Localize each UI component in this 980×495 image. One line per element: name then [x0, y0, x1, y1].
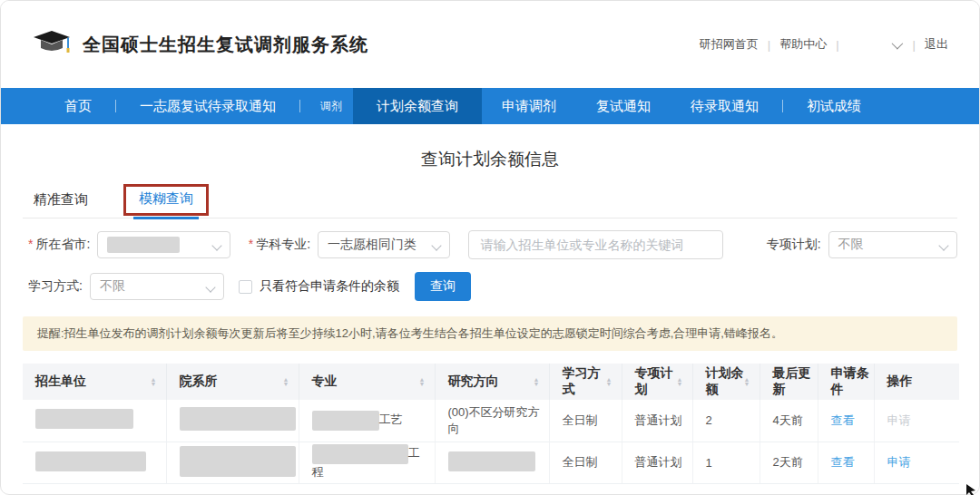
province-label: *所在省市: — [28, 237, 90, 253]
required-mark: * — [28, 237, 33, 251]
col-header-major[interactable]: 专业▲▼ — [299, 364, 435, 400]
tab-fuzzy-query-label: 模糊查询 — [139, 190, 193, 206]
apply-link[interactable]: 申请 — [887, 455, 911, 469]
last-update-cell: 2天前 — [760, 442, 818, 483]
province-value-redacted — [107, 237, 180, 253]
col-header-study-mode[interactable]: 学习方式▲▼ — [549, 364, 622, 400]
username-redacted — [848, 38, 890, 51]
special-plan-cell: 普通计划 — [622, 400, 692, 442]
sort-icon[interactable]: ▲▼ — [677, 377, 683, 386]
department-redacted — [180, 446, 296, 477]
table-header-row: 招生单位▲▼ 院系所▲▼ 专业▲▼ 研究方向▲▼ 学习方式▲▼ 专项计划▲▼ 计… — [23, 364, 959, 400]
page-title: 查询计划余额信息 — [23, 148, 957, 171]
col-header-direction[interactable]: 研究方向▲▼ — [435, 364, 549, 400]
logout-link[interactable]: 退出 — [925, 36, 948, 53]
chevron-down-icon — [938, 240, 948, 250]
unit-redacted — [35, 451, 146, 471]
view-condition-link[interactable]: 查看 — [831, 413, 855, 427]
special-plan-select[interactable]: 不限 — [828, 231, 957, 258]
main-content: 查询计划余额信息 精准查询 模糊查询 *所在省市: *学科专业: 一志愿相同门类 — [1, 148, 979, 484]
major-redacted — [312, 411, 379, 431]
app-window: 全国硕士生招生复试调剂服务系统 研招网首页 | 帮助中心 | | 退出 首页 一… — [0, 0, 980, 495]
divider: | — [836, 38, 838, 52]
nav-item-admission-notice[interactable]: 待录取通知 — [671, 88, 779, 124]
query-tabs: 精准查询 模糊查询 — [23, 186, 957, 218]
tab-precise-query[interactable]: 精准查询 — [28, 191, 93, 218]
table-row: 工程 全日制 普通计划 1 2天前 查看 申请 — [23, 442, 959, 483]
major-suffix: 工艺 — [379, 412, 403, 426]
balance-cell: 2 — [692, 400, 760, 442]
study-mode-label: 学习方式: — [28, 278, 83, 295]
balance-table: 招生单位▲▼ 院系所▲▼ 专业▲▼ 研究方向▲▼ 学习方式▲▼ 专项计划▲▼ 计… — [23, 364, 959, 484]
form-row-2: 学习方式: 不限 只看符合申请条件的余额 查询 — [23, 272, 957, 301]
department-redacted — [180, 407, 296, 431]
checkbox-icon[interactable] — [239, 280, 252, 294]
nav-divider — [782, 100, 783, 112]
tab-fuzzy-query[interactable]: 模糊查询 — [133, 190, 199, 219]
last-update-cell: 4天前 — [760, 400, 818, 442]
col-header-special-plan[interactable]: 专项计划▲▼ — [622, 364, 692, 400]
nav-item-retest-notice[interactable]: 复试通知 — [576, 88, 671, 124]
chevron-down-icon — [211, 240, 221, 250]
col-header-balance[interactable]: 计划余额▲▼ — [692, 364, 760, 400]
eligible-only-checkbox-wrap[interactable]: 只看符合申请条件的余额 — [239, 278, 399, 295]
sort-icon[interactable]: ▲▼ — [151, 377, 157, 386]
divider: | — [913, 38, 916, 52]
sort-icon[interactable]: ▲▼ — [606, 377, 612, 386]
app-title: 全国硕士生招生复试调剂服务系统 — [83, 33, 368, 57]
col-header-department[interactable]: 院系所▲▼ — [166, 364, 299, 400]
sort-icon[interactable]: ▲▼ — [419, 377, 426, 386]
major-redacted — [312, 444, 408, 464]
form-row-1: *所在省市: *学科专业: 一志愿相同门类 专项计划: 不限 — [23, 230, 957, 259]
special-plan-label: 专项计划: — [767, 237, 821, 253]
direction-cell: (00)不区分研究方向 — [435, 400, 549, 442]
brand: 全国硕士生招生复试调剂服务系统 — [32, 29, 368, 60]
main-nav: 首页 一志愿复试待录取通知 调剂 计划余额查询 申请调剂 复试通知 待录取通知 … — [1, 88, 979, 124]
nav-item-plan-balance-query[interactable]: 计划余额查询 — [353, 88, 482, 124]
nav-divider — [115, 100, 116, 112]
sort-icon[interactable]: ▲▼ — [744, 377, 750, 386]
sort-icon[interactable]: ▲▼ — [534, 377, 540, 386]
subject-select-value: 一志愿相同门类 — [328, 237, 416, 253]
nav-item-initial-scores[interactable]: 初试成绩 — [787, 88, 881, 124]
special-plan-cell: 普通计划 — [622, 442, 692, 483]
reminder-banner: 提醒:招生单位发布的调剂计划余额每次更新后将至少持续12小时,请各位考生结合各招… — [23, 316, 957, 351]
eligible-only-label: 只看符合申请条件的余额 — [260, 278, 399, 295]
required-mark: * — [249, 237, 253, 251]
col-header-last-update: 最后更新 — [760, 364, 818, 400]
direction-redacted — [448, 451, 535, 471]
study-mode-select-value: 不限 — [100, 278, 125, 295]
nav-group-label-tiaoji: 调剂 — [304, 88, 353, 124]
help-center-link[interactable]: 帮助中心 — [779, 36, 827, 53]
nav-item-apply-tiaoji[interactable]: 申请调剂 — [482, 88, 576, 124]
header-links: 研招网首页 | 帮助中心 | | 退出 — [700, 36, 948, 53]
filter-form: *所在省市: *学科专业: 一志愿相同门类 专项计划: 不限 学习方式 — [23, 230, 957, 301]
nav-item-first-choice-notice[interactable]: 一志愿复试待录取通知 — [120, 88, 296, 124]
province-select[interactable] — [97, 231, 230, 258]
col-header-apply-condition: 申请条件 — [818, 364, 874, 400]
nav-divider — [299, 100, 300, 112]
mouse-cursor-icon — [965, 483, 978, 495]
top-header: 全国硕士生招生复试调剂服务系统 研招网首页 | 帮助中心 | | 退出 — [1, 1, 979, 88]
keyword-input[interactable] — [468, 230, 722, 259]
search-button[interactable]: 查询 — [415, 272, 471, 301]
col-header-unit[interactable]: 招生单位▲▼ — [23, 364, 166, 400]
chevron-down-icon[interactable] — [891, 37, 903, 49]
chevron-down-icon — [205, 282, 215, 292]
yzw-home-link[interactable]: 研招网首页 — [700, 36, 759, 53]
subject-select[interactable]: 一志愿相同门类 — [318, 231, 450, 258]
view-condition-link[interactable]: 查看 — [831, 455, 855, 469]
divider: | — [768, 38, 770, 52]
sort-icon[interactable]: ▲▼ — [283, 377, 289, 386]
study-mode-select[interactable]: 不限 — [90, 273, 224, 300]
chevron-down-icon — [432, 240, 442, 250]
study-mode-cell: 全日制 — [549, 442, 622, 483]
graduation-cap-icon — [32, 29, 72, 60]
nav-item-home[interactable]: 首页 — [44, 88, 112, 124]
apply-link-disabled: 申请 — [887, 413, 911, 427]
col-header-action: 操作 — [874, 364, 959, 400]
special-plan-select-value: 不限 — [838, 237, 864, 253]
subject-label: *学科专业: — [249, 237, 310, 253]
balance-cell: 1 — [692, 442, 760, 483]
study-mode-cell: 全日制 — [549, 400, 622, 442]
